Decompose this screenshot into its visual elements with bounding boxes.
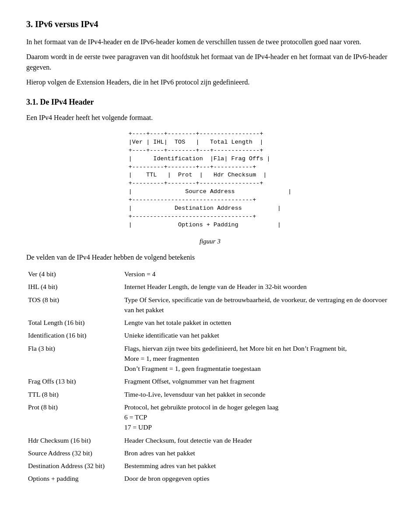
field-description: Bron adres van het pakket (122, 447, 394, 460)
field-label: Identification (16 bit) (26, 329, 122, 342)
table-row: TTL (8 bit)Time-to-Live, levensduur van … (26, 388, 394, 401)
page-heading: 3. IPv6 versus IPv4 (26, 18, 394, 31)
field-description: Unieke identificatie van het pakket (122, 329, 394, 342)
table-row: IHL (4 bit)Internet Header Length, de le… (26, 281, 394, 293)
field-description: Lengte van het totale pakket in octetten (122, 317, 394, 329)
table-row: Ver (4 bit)Version = 4 (26, 268, 394, 281)
intro-paragraph-1: In het formaat van de IPv4-header en de … (26, 37, 394, 47)
field-description: Fragment Offset, volgnummer van het frag… (122, 375, 394, 388)
ipv4-header-diagram: +----+----+--------+-----------------+ |… (129, 130, 292, 229)
field-description: Time-to-Live, levensduur van het pakket … (122, 388, 394, 401)
field-description: Door de bron opgegeven opties (122, 472, 394, 485)
field-description: Version = 4 (122, 268, 394, 281)
field-definitions-table: Ver (4 bit)Version = 4IHL (4 bit)Interne… (26, 268, 394, 486)
table-row: Hdr Checksum (16 bit)Header Checksum, fo… (26, 434, 394, 447)
table-row: TOS (8 bit)Type Of Service, specificatie… (26, 294, 394, 317)
field-label: TOS (8 bit) (26, 294, 122, 317)
field-description: Type Of Service, specificatie van de bet… (122, 294, 394, 317)
table-row: Destination Address (32 bit)Bestemming a… (26, 460, 394, 472)
field-description: Internet Header Length, de lengte van de… (122, 281, 394, 293)
section-intro: Een IPv4 Header heeft het volgende forma… (26, 113, 394, 123)
section-heading: 3.1. De IPv4 Header (26, 96, 394, 108)
table-row: Options + paddingDoor de bron opgegeven … (26, 472, 394, 485)
field-label: Total Length (16 bit) (26, 317, 122, 329)
intro-paragraph-3: Hierop volgen de Extension Headers, die … (26, 77, 394, 88)
field-label: TTL (8 bit) (26, 388, 122, 401)
field-label: Destination Address (32 bit) (26, 460, 122, 472)
table-row: Total Length (16 bit)Lengte van het tota… (26, 317, 394, 329)
field-label: Prot (8 bit) (26, 401, 122, 434)
intro-paragraph-2: Daarom wordt in de eerste twee paragrave… (26, 52, 394, 73)
figure-caption: figuur 3 (26, 236, 394, 247)
field-label: Options + padding (26, 472, 122, 485)
table-row: Identification (16 bit)Unieke identifica… (26, 329, 394, 342)
field-label: IHL (4 bit) (26, 281, 122, 293)
table-row: Fla (3 bit)Flags, hiervan zijn twee bits… (26, 342, 394, 376)
field-description: Protocol, het gebruikte protocol in de h… (122, 401, 394, 434)
table-row: Prot (8 bit)Protocol, het gebruikte prot… (26, 401, 394, 434)
field-label: Frag Offs (13 bit) (26, 375, 122, 388)
field-description: Header Checksum, fout detectie van de He… (122, 434, 394, 447)
field-label: Ver (4 bit) (26, 268, 122, 281)
field-description: Flags, hiervan zijn twee bits gedefiniee… (122, 342, 394, 376)
field-label: Fla (3 bit) (26, 342, 122, 376)
field-label: Source Address (32 bit) (26, 447, 122, 460)
field-desc-intro: De velden van de IPv4 Header hebben de v… (26, 252, 394, 263)
table-row: Source Address (32 bit)Bron adres van he… (26, 447, 394, 460)
field-label: Hdr Checksum (16 bit) (26, 434, 122, 447)
table-row: Frag Offs (13 bit)Fragment Offset, volgn… (26, 375, 394, 388)
field-description: Bestemming adres van het pakket (122, 460, 394, 472)
